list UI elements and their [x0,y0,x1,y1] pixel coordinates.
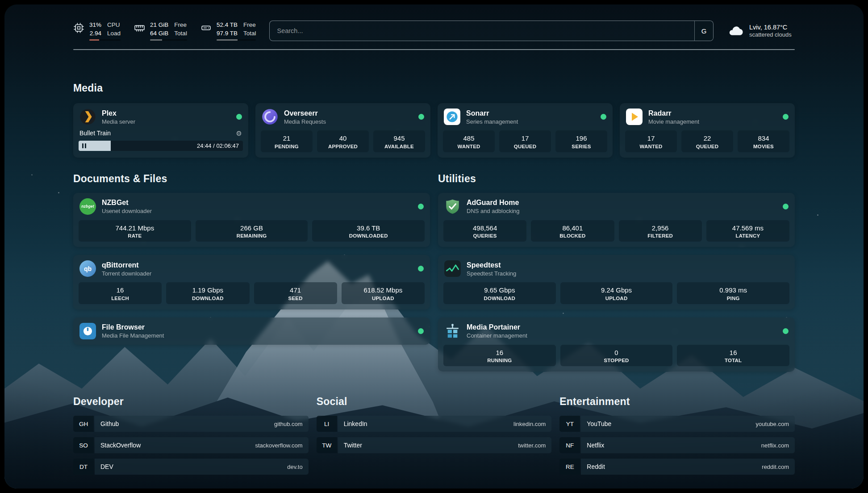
status-dot [236,114,242,120]
bookmark-url: reddit.com [762,464,789,470]
radarr-titles: Radarr Movie management [648,109,777,125]
bookmark-github[interactable]: GH Github github.com [73,416,309,432]
now-playing-title: Bullet Train [79,130,111,137]
service-name: NZBGet [102,198,412,207]
bookmark-url: twitter.com [518,442,546,449]
stat-value: 266 GB [197,224,306,233]
nzbget-card[interactable]: nzbget NZBGet Usenet downloader 744.21 M… [73,193,430,247]
social-bookmarks: LI LinkedIn linkedin.com TW Twitter twit… [317,416,552,453]
service-name: qBittorrent [102,261,412,270]
bookmark-name: Netflix [587,442,604,449]
service-subtitle: Media Requests [284,118,413,125]
plex-icon [79,109,96,125]
section-title-entertainment: Entertainment [559,396,795,408]
service-subtitle: Media server [102,118,230,125]
stat-label: APPROVED [319,144,367,149]
bookmark-body: DEV dev.to [95,459,309,475]
settings-gear-icon[interactable]: ⚙ [236,130,242,137]
stat-value: 471 [256,286,335,295]
sonarr-titles: Sonarr Series management [466,109,595,125]
stats-row: 9.65 Gbps DOWNLOAD 9.24 Gbps UPLOAD 0.99… [438,282,795,309]
bookmark-abbr: LI [317,416,337,432]
bookmark-linkedin[interactable]: LI LinkedIn linkedin.com [317,416,552,432]
stat-label: PENDING [263,144,311,149]
stat-download: 9.65 Gbps DOWNLOAD [443,282,556,304]
bookmark-netflix[interactable]: NF Netflix netflix.com [559,437,795,453]
search-input[interactable] [270,21,694,41]
section-title-developer: Developer [73,396,309,408]
adguard-card[interactable]: AdGuard Home DNS and adblocking 498,564 … [438,193,795,247]
stat-rate: 744.21 Mbps RATE [79,220,191,242]
service-name: AdGuard Home [467,198,777,207]
qbittorrent-titles: qBittorrent Torrent downloader [102,261,412,277]
bookmark-url: youtube.com [756,421,789,427]
stat-available: 945 AVAILABLE [373,130,425,152]
stat-label: REMAINING [197,233,306,238]
service-subtitle: DNS and adblocking [467,208,777,214]
stat-value: 945 [375,134,423,143]
bookmark-body: StackOverflow stackoverflow.com [95,437,309,453]
stats-row: 21 PENDING 40 APPROVED 945 AVAILABLE [255,130,430,158]
overseerr-titles: Overseerr Media Requests [284,109,413,125]
bookmark-columns: Developer GH Github github.com SO [73,396,795,475]
qbittorrent-card-header: qb qBittorrent Torrent downloader [73,255,430,282]
status-dot [783,114,789,120]
stat-stopped: 0 STOPPED [560,345,673,367]
bookmark-name: Github [100,420,119,427]
memory-widget-body: 21 GiB Free 64 GiB Total [150,21,187,41]
bookmark-abbr: DT [73,459,94,475]
memory-usage-bar [150,39,187,41]
speedtest-card[interactable]: Speedtest Speedtest Tracking 9.65 Gbps D… [438,255,795,309]
disk-drive-icon [200,22,212,33]
stat-label: STOPPED [562,358,671,363]
bookmark-abbr: YT [559,416,580,432]
plex-progress-bar: 24:44 / 02:06:47 [79,141,243,151]
stat-filtered: 2,956 FILTERED [619,220,702,242]
speedtest-card-header: Speedtest Speedtest Tracking [438,255,795,282]
plex-titles: Plex Media server [102,109,230,125]
stat-value: 498,564 [445,224,525,233]
portainer-card[interactable]: Media Portainer Container management 16 … [438,318,795,372]
stat-label: WANTED [445,144,493,149]
cpu-widget-body: 31% CPU 2.94 Load [89,21,121,41]
search-bar: G [269,21,714,41]
nzbget-titles: NZBGet Usenet downloader [102,198,412,214]
bookmark-stackoverflow[interactable]: SO StackOverflow stackoverflow.com [73,437,309,453]
section-title-documents: Documents & Files [73,173,430,185]
stat-value: 744.21 Mbps [80,224,189,233]
overseerr-card[interactable]: Overseerr Media Requests 21 PENDING [255,103,430,158]
bookmark-name: DEV [100,463,113,470]
stat-approved: 40 APPROVED [317,130,369,152]
portainer-icon [444,323,461,339]
bookmark-twitter[interactable]: TW Twitter twitter.com [317,437,552,453]
stat-wanted: 17 WANTED [625,130,677,152]
bookmark-youtube[interactable]: YT YouTube youtube.com [559,416,795,432]
plex-card[interactable]: Plex Media server Bullet Train ⚙ [73,103,248,158]
weather-text: Lviv, 16.87°C scattered clouds [749,24,792,38]
filebrowser-card[interactable]: File Browser Media File Management [73,318,430,345]
stat-label: UPLOAD [562,296,671,301]
bookmark-abbr: RE [559,459,580,475]
developer-bookmarks: GH Github github.com SO StackOverflow st… [73,416,309,475]
memory-label-top: Free [174,21,187,29]
service-name: Overseerr [284,109,413,118]
radarr-card-header: Radarr Movie management [620,103,795,130]
bookmark-dev[interactable]: DT DEV dev.to [73,459,309,475]
stat-queued: 22 QUEUED [681,130,733,152]
service-name: Plex [102,109,230,118]
bookmark-reddit[interactable]: RE Reddit reddit.com [559,459,795,475]
sonarr-card[interactable]: Sonarr Series management 485 WANTED [438,103,613,158]
adguard-shield-icon [444,198,461,215]
header-divider [73,49,795,50]
section-title-utilities: Utilities [438,173,795,185]
qbittorrent-card[interactable]: qb qBittorrent Torrent downloader 16 LEE… [73,255,430,309]
disk-usage-bar [217,39,256,41]
stat-value: 21 [263,134,311,143]
stat-seed: 471 SEED [254,282,337,304]
stat-label: DOWNLOAD [445,296,554,301]
search-provider-button[interactable]: G [694,21,713,41]
radarr-card[interactable]: Radarr Movie management 17 WANTED 2 [620,103,795,158]
section-media: Media Plex Media server [73,82,795,158]
stats-row: 744.21 Mbps RATE 266 GB REMAINING 39.6 T… [73,220,430,247]
stats-row: 16 RUNNING 0 STOPPED 16 TOTAL [438,345,795,372]
